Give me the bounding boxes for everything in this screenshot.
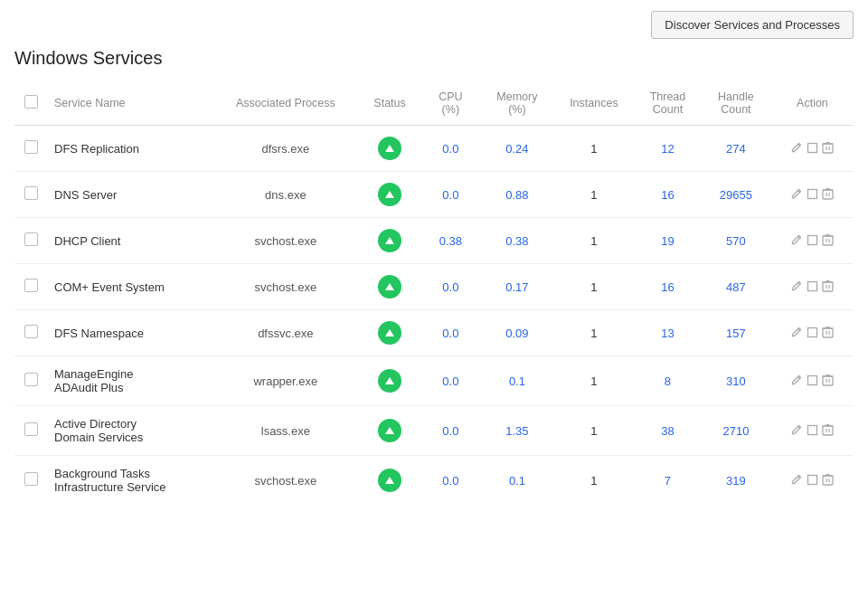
process-name-cell: lsass.exe	[212, 406, 360, 456]
row-checkbox-cell	[14, 126, 47, 172]
square-icon[interactable]	[807, 424, 818, 439]
delete-icon[interactable]	[822, 141, 834, 156]
svg-rect-0	[808, 143, 817, 152]
page-title: Windows Services	[14, 48, 854, 69]
edit-icon[interactable]	[790, 423, 803, 439]
handle-count-cell: 274	[701, 126, 771, 172]
cpu-cell: 0.0	[420, 172, 482, 218]
service-name-cell: DFS Replication	[47, 126, 212, 172]
svg-rect-11	[823, 376, 833, 385]
svg-rect-14	[808, 475, 817, 484]
discover-button[interactable]: Discover Services and Processes	[651, 11, 854, 39]
square-icon[interactable]	[807, 142, 818, 156]
svg-rect-3	[823, 190, 833, 199]
service-name-cell: DNS Server	[47, 172, 212, 218]
memory-cell: 0.88	[481, 172, 553, 218]
square-icon[interactable]	[807, 280, 818, 295]
svg-rect-5	[823, 236, 833, 245]
process-name-cell: wrapper.exe	[212, 356, 360, 406]
handle-count-cell: 29655	[701, 172, 771, 218]
square-icon[interactable]	[807, 327, 818, 341]
delete-icon[interactable]	[822, 374, 834, 389]
row-checkbox[interactable]	[24, 422, 38, 436]
service-name-cell: Active DirectoryDomain Services	[47, 406, 212, 456]
square-icon[interactable]	[807, 188, 818, 203]
process-name-cell: svchost.exe	[212, 218, 360, 264]
svg-rect-13	[823, 426, 833, 435]
edit-icon[interactable]	[790, 326, 803, 341]
status-up-icon	[378, 369, 401, 393]
table-row: ManageEngineADAudit Pluswrapper.exe0.00.…	[14, 356, 854, 406]
row-checkbox-cell	[14, 310, 47, 356]
square-icon[interactable]	[807, 374, 818, 389]
instances-cell: 1	[553, 310, 635, 356]
cpu-cell: 0.0	[420, 310, 482, 356]
delete-icon[interactable]	[822, 326, 834, 341]
delete-icon[interactable]	[822, 473, 834, 488]
svg-rect-15	[823, 476, 833, 485]
edit-icon[interactable]	[790, 187, 803, 203]
delete-icon[interactable]	[822, 233, 834, 249]
action-cell	[771, 218, 854, 264]
handle-count-cell: 570	[701, 218, 771, 264]
row-checkbox[interactable]	[24, 232, 38, 246]
square-icon[interactable]	[807, 234, 818, 249]
process-name-cell: svchost.exe	[212, 264, 360, 310]
thread-count-cell: 13	[635, 310, 701, 356]
row-checkbox[interactable]	[24, 325, 38, 338]
action-cell	[771, 406, 854, 456]
cpu-cell: 0.0	[420, 456, 482, 506]
process-name-cell: dfsrs.exe	[212, 126, 360, 172]
row-checkbox-cell	[14, 356, 47, 406]
header-instances: Instances	[553, 81, 635, 126]
memory-cell: 0.09	[481, 310, 553, 356]
row-checkbox[interactable]	[24, 140, 38, 154]
square-icon[interactable]	[807, 474, 818, 488]
delete-icon[interactable]	[822, 280, 834, 295]
memory-cell: 0.1	[481, 356, 553, 406]
header-checkbox[interactable]	[24, 95, 38, 109]
cpu-cell: 0.0	[420, 264, 482, 310]
action-cell	[771, 172, 854, 218]
action-cell	[771, 356, 854, 406]
table-row: Active DirectoryDomain Serviceslsass.exe…	[14, 406, 854, 456]
thread-count-cell: 12	[635, 126, 701, 172]
memory-cell: 0.17	[481, 264, 553, 310]
edit-icon[interactable]	[790, 473, 803, 488]
thread-count-cell: 8	[635, 356, 701, 406]
status-cell	[360, 264, 420, 310]
header-process: Associated Process	[212, 81, 360, 126]
memory-cell: 0.1	[481, 456, 553, 506]
handle-count-cell: 487	[701, 264, 771, 310]
status-cell	[360, 218, 420, 264]
svg-rect-9	[823, 328, 833, 337]
row-checkbox[interactable]	[24, 186, 38, 200]
svg-rect-2	[808, 189, 817, 198]
action-cell	[771, 456, 854, 506]
svg-rect-6	[808, 281, 817, 290]
status-up-icon	[378, 183, 401, 206]
service-name-cell: Background TasksInfrastructure Service	[47, 456, 212, 506]
delete-icon[interactable]	[822, 187, 834, 203]
thread-count-cell: 16	[635, 264, 701, 310]
edit-icon[interactable]	[790, 374, 803, 389]
delete-icon[interactable]	[822, 423, 834, 439]
edit-icon[interactable]	[790, 280, 803, 295]
header-checkbox-col	[14, 81, 47, 126]
service-name-cell: COM+ Event System	[47, 264, 212, 310]
action-cell	[771, 264, 854, 310]
instances-cell: 1	[553, 218, 635, 264]
svg-rect-8	[808, 327, 817, 336]
row-checkbox[interactable]	[24, 373, 38, 386]
table-row: COM+ Event Systemsvchost.exe0.00.1711648…	[14, 264, 854, 310]
edit-icon[interactable]	[790, 233, 803, 249]
instances-cell: 1	[553, 126, 635, 172]
process-name-cell: svchost.exe	[212, 456, 360, 506]
row-checkbox[interactable]	[24, 472, 38, 486]
svg-rect-12	[808, 425, 817, 434]
edit-icon[interactable]	[790, 141, 803, 156]
status-up-icon	[378, 469, 401, 492]
cpu-cell: 0.38	[420, 218, 482, 264]
row-checkbox[interactable]	[24, 279, 38, 292]
header-cpu: CPU(%)	[420, 81, 482, 126]
